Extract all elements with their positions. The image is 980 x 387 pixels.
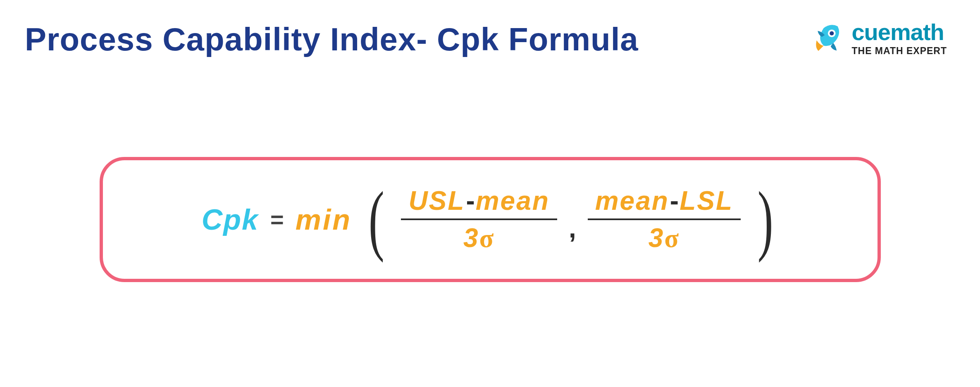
page-title: Process Capability Index- Cpk Formula bbox=[25, 21, 639, 58]
fraction-1-numerator: USL-mean bbox=[401, 183, 557, 218]
header: Process Capability Index- Cpk Formula cu… bbox=[0, 0, 980, 58]
formula-box: Cpk = min ( USL-mean 3σ , mean-LSL 3σ ) bbox=[100, 157, 881, 282]
paren-close: ) bbox=[758, 192, 773, 247]
coeff-3: 3 bbox=[463, 223, 479, 253]
formula-lhs: Cpk bbox=[202, 203, 259, 236]
comma: , bbox=[569, 213, 576, 244]
mean-var: mean bbox=[595, 186, 669, 216]
rocket-icon bbox=[811, 21, 846, 56]
svg-point-1 bbox=[830, 31, 834, 36]
brand-logo: cuemath THE MATH EXPERT bbox=[811, 21, 947, 57]
fraction-1: USL-mean 3σ bbox=[401, 183, 557, 256]
brand-name: cuemath bbox=[851, 21, 947, 44]
logo-text: cuemath THE MATH EXPERT bbox=[851, 21, 947, 57]
brand-tagline: THE MATH EXPERT bbox=[851, 45, 947, 57]
min-function: min bbox=[296, 203, 352, 236]
fraction-2-denominator: 3σ bbox=[641, 220, 687, 256]
mean-var: mean bbox=[476, 186, 550, 216]
paren-open: ( bbox=[369, 192, 384, 247]
minus-op: - bbox=[670, 186, 679, 216]
minus-op: - bbox=[466, 186, 475, 216]
sigma-symbol: σ bbox=[664, 223, 680, 253]
sigma-symbol: σ bbox=[479, 223, 495, 253]
fraction-2-numerator: mean-LSL bbox=[588, 183, 741, 218]
equals-sign: = bbox=[270, 206, 284, 233]
coeff-3: 3 bbox=[649, 223, 665, 253]
lsl-var: LSL bbox=[680, 186, 733, 216]
usl-var: USL bbox=[408, 186, 465, 216]
fraction-2: mean-LSL 3σ bbox=[588, 183, 741, 256]
fraction-1-denominator: 3σ bbox=[456, 220, 502, 256]
